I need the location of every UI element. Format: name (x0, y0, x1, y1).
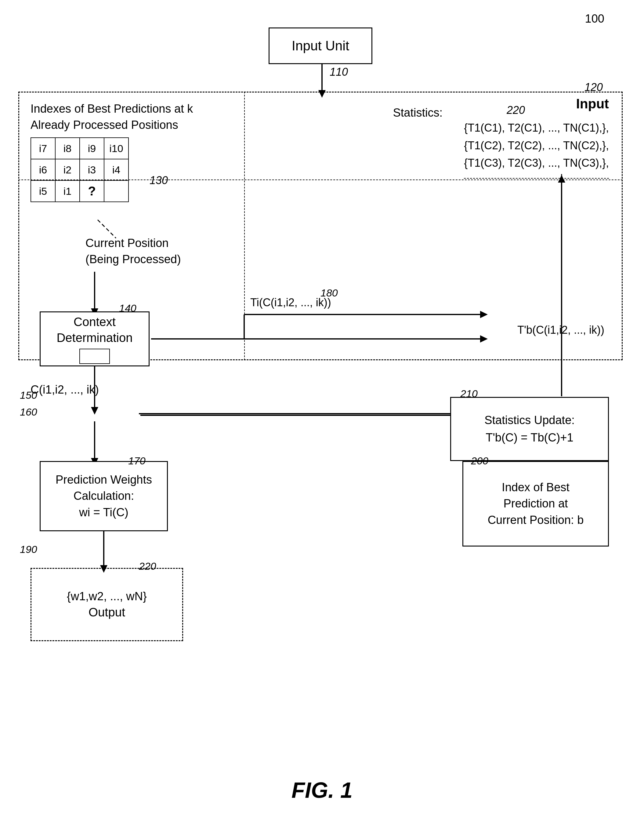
index-best-line2: Prediction at (503, 496, 568, 512)
stats-line1: {T1(C1), T2(C1), ..., TN(C1),}, (464, 119, 609, 137)
stats-update-line2: T'b(C) = Tb(C)+1 (486, 429, 573, 447)
stats-line2: {T1(C2), T2(C2), ..., TN(C2),}, (464, 137, 609, 155)
ref-170: 170 (128, 455, 146, 467)
pred-weights-line1: Prediction Weights (55, 472, 152, 488)
context-det-box: Context Determination (40, 312, 150, 367)
pred-weights-box: Prediction Weights Calculation: wi = Ti(… (40, 461, 168, 531)
context-det-line1: Context (74, 314, 116, 330)
grid-cell: i2 (55, 159, 80, 180)
grid-row: i6 i2 i3 i4 (31, 159, 129, 180)
index-best-line3: Current Position: b (488, 512, 584, 528)
pred-weights-line3: wi = Ti(C) (79, 504, 129, 520)
index-best-box: Index of Best Prediction at Current Posi… (462, 461, 609, 546)
pred-weights-line2: Calculation: (74, 488, 134, 504)
horiz-divider (18, 180, 623, 180)
ref-220-bottom: 220 (139, 560, 156, 572)
stats-update-line1: Statistics Update: (485, 411, 575, 429)
current-pos-line1: Current Position (86, 236, 169, 249)
grid-cell: i10 (104, 138, 129, 159)
grid-cell: i6 (31, 159, 55, 180)
stats-update-box: Statistics Update: T'b(C) = Tb(C)+1 (450, 397, 609, 461)
grid-row: i7 i8 i9 i10 (31, 138, 129, 159)
output-dashed-box: {w1,w2, ..., wN} Output (31, 568, 183, 641)
ref-150: 150 (20, 389, 37, 401)
grid-cell: i7 (31, 138, 55, 159)
grid-cell: i4 (104, 159, 129, 180)
stats-content: {T1(C1), T2(C1), ..., TN(C1),}, {T1(C2),… (464, 119, 609, 179)
ti-label: Ti(C(i1,i2, ..., ik)) (250, 296, 331, 309)
indexes-line2: Already Processed Positions (31, 118, 178, 131)
stats-label: Statistics: (393, 106, 443, 120)
grid-cell: i5 (31, 180, 55, 202)
index-best-line1: Index of Best (502, 479, 569, 496)
current-pos-label: Current Position (Being Processed) (86, 235, 181, 267)
current-pos-line2: (Being Processed) (86, 253, 181, 265)
fig-label: FIG. 1 (291, 778, 353, 803)
input-unit-label: Input Unit (292, 38, 349, 54)
stats-line3: {T1(C3), T2(C3), ..., TN(C3),}, (464, 154, 609, 172)
grid-table: i7 i8 i9 i10 i6 i2 i3 i4 i5 i1 ? (31, 137, 129, 202)
ref-220-top: 220 (507, 104, 525, 117)
ref-110: 110 (330, 66, 348, 78)
input-unit-box: Input Unit (268, 28, 373, 64)
grid-cell: ? (80, 180, 104, 202)
ref-210: 210 (460, 388, 478, 400)
ref-200: 200 (471, 455, 488, 467)
grid-cell: i1 (55, 180, 80, 202)
svg-marker-3 (91, 407, 98, 414)
grid-cell (104, 180, 129, 202)
indexes-line1: Indexes of Best Predictions at k (31, 102, 193, 115)
grid-container: i7 i8 i9 i10 i6 i2 i3 i4 i5 i1 ? (31, 137, 159, 223)
ref-130: 130 (150, 174, 168, 187)
ref-120: 120 (584, 81, 603, 94)
ref-160: 160 (20, 406, 37, 418)
diagram: 100 Input Unit 110 120 Input Indexes of … (0, 0, 644, 821)
input-label: Input (576, 96, 609, 112)
output-content: {w1,w2, ..., wN} (67, 590, 147, 603)
context-det-inner-box (79, 349, 110, 364)
grid-cell: i3 (80, 159, 104, 180)
ref-190: 190 (20, 543, 37, 556)
grid-row: i5 i1 ? (31, 180, 129, 202)
tb-label: T'b(C(i1,i2, ..., ik)) (517, 324, 604, 336)
grid-cell: i9 (80, 138, 104, 159)
grid-cell: i8 (55, 138, 80, 159)
c-output-label: C(i1,i2, ..., ik) (31, 383, 99, 396)
indexes-text: Indexes of Best Predictions at k Already… (31, 101, 193, 133)
ref-140: 140 (119, 302, 136, 314)
output-label: Output (89, 605, 125, 619)
context-det-line2: Determination (57, 330, 132, 345)
ref-180: 180 (320, 287, 338, 299)
ref-100: 100 (585, 12, 604, 25)
vert-divider (244, 92, 245, 360)
